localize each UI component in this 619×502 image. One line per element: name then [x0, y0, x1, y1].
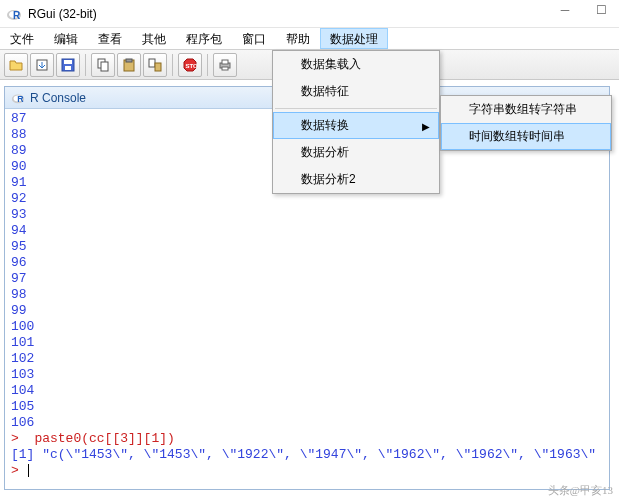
copypaste-button[interactable] [143, 53, 167, 77]
toolbar-separator [172, 54, 173, 76]
menu-separator [275, 108, 437, 109]
menu-item-5[interactable]: 窗口 [232, 28, 276, 49]
open-button[interactable] [4, 53, 28, 77]
maximize-button[interactable]: ☐ [583, 0, 619, 20]
menu-item-7[interactable]: 数据处理 [320, 28, 388, 49]
load-button[interactable] [30, 53, 54, 77]
menu-item-0[interactable]: 文件 [0, 28, 44, 49]
menu-dropdown-data: 数据集载入数据特征数据转换▶数据分析数据分析2 [272, 50, 440, 194]
menu-item[interactable]: 数据特征 [273, 78, 439, 105]
menu-item-6[interactable]: 帮助 [276, 28, 320, 49]
menu-item[interactable]: 数据分析2 [273, 166, 439, 193]
menu-item[interactable]: 数据分析 [273, 139, 439, 166]
submenu-item[interactable]: 字符串数组转字符串 [441, 96, 611, 123]
menu-item-2[interactable]: 查看 [88, 28, 132, 49]
svg-text:STOP: STOP [186, 63, 199, 69]
r-logo-icon: R [11, 91, 25, 105]
print-icon [217, 57, 233, 73]
menu-item-4[interactable]: 程序包 [176, 28, 232, 49]
print-button[interactable] [213, 53, 237, 77]
svg-rect-6 [65, 66, 71, 70]
submenu-item[interactable]: 时间数组转时间串 [441, 123, 611, 150]
toolbar-separator [207, 54, 208, 76]
window-controls: ─ ☐ [547, 0, 619, 20]
open-icon [8, 57, 24, 73]
svg-text:R: R [17, 94, 24, 104]
save-icon [60, 57, 76, 73]
svg-text:R: R [13, 10, 21, 21]
menu-item-3[interactable]: 其他 [132, 28, 176, 49]
submenu-arrow-icon: ▶ [422, 120, 430, 131]
svg-rect-17 [222, 67, 228, 70]
svg-rect-11 [149, 59, 155, 67]
copypaste-icon [147, 57, 163, 73]
load-icon [34, 57, 50, 73]
r-logo-icon: R [6, 6, 22, 22]
svg-rect-10 [126, 59, 132, 62]
menubar: 文件编辑查看其他程序包窗口帮助数据处理 [0, 28, 619, 50]
svg-rect-12 [155, 63, 161, 71]
copy-icon [95, 57, 111, 73]
save-button[interactable] [56, 53, 80, 77]
window-title: RGui (32-bit) [28, 7, 97, 21]
paste-button[interactable] [117, 53, 141, 77]
svg-rect-8 [101, 62, 108, 71]
svg-rect-16 [222, 60, 228, 64]
stop-button[interactable]: STOP [178, 53, 202, 77]
window-titlebar: R RGui (32-bit) [0, 0, 619, 28]
svg-rect-5 [64, 60, 72, 64]
submenu-dropdown-transform: 字符串数组转字符串时间数组转时间串 [440, 95, 612, 151]
minimize-button[interactable]: ─ [547, 0, 583, 20]
menu-item[interactable]: 数据集载入 [273, 51, 439, 78]
watermark: 头条@甲亥13 [548, 483, 613, 498]
toolbar-separator [85, 54, 86, 76]
stop-icon: STOP [182, 57, 198, 73]
console-title-text: R Console [30, 91, 86, 105]
paste-icon [121, 57, 137, 73]
copy-button[interactable] [91, 53, 115, 77]
menu-item[interactable]: 数据转换▶ [273, 112, 439, 139]
menu-item-1[interactable]: 编辑 [44, 28, 88, 49]
